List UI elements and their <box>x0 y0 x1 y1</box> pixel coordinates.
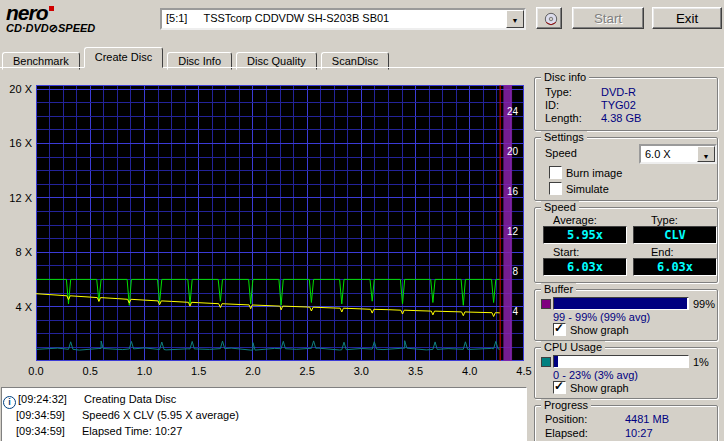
progress-title: Progress <box>541 399 591 411</box>
cpu-usage-title: CPU Usage <box>541 341 605 353</box>
y-axis-tick: 8 X <box>2 246 32 258</box>
svg-text:20: 20 <box>507 146 519 157</box>
disc-info-group: Disc info Type: DVD-R ID: TYG02 Length: … <box>534 77 718 131</box>
event-log: [09:24:32]Creating Data Disc[09:34:59]Sp… <box>1 387 527 441</box>
log-timestamp: [09:24:32] <box>18 391 84 407</box>
end-label: End: <box>651 246 674 258</box>
disc-type-label: Type: <box>545 86 572 98</box>
start-button[interactable]: Start <box>572 7 644 29</box>
settings-group: Settings Speed 6.0 X Burn image Simulate <box>534 137 718 201</box>
checkbox-box <box>549 166 562 179</box>
svg-text:16: 16 <box>507 186 519 197</box>
buffer-show-graph-checkbox[interactable]: Show graph <box>553 323 629 336</box>
x-axis-tick: 1.0 <box>132 365 156 377</box>
svg-text:8: 8 <box>512 266 518 277</box>
y-axis-tick: 20 X <box>2 83 32 95</box>
svg-text:24: 24 <box>507 106 519 117</box>
drive-select[interactable]: [5:1]TSSTcorp CDDVDW SH-S203B SB01 <box>160 8 526 30</box>
x-axis-tick: 3.0 <box>349 365 373 377</box>
disc-icon <box>543 12 559 26</box>
write-graph-plot: 2420161284 <box>36 85 524 361</box>
x-axis-tick: 3.5 <box>404 365 428 377</box>
speed-group-title: Speed <box>541 201 579 213</box>
position-value: 4481 MB <box>625 413 669 425</box>
nero-logo-red-dot-icon <box>49 6 54 11</box>
log-message: Creating Data Disc <box>84 391 176 407</box>
cpu-usage-bar <box>553 355 689 368</box>
buffer-color-swatch <box>541 299 551 309</box>
write-speed-chart: 2420161284 20 X16 X12 X8 X4 X 0.00.51.01… <box>0 68 528 378</box>
average-label: Average: <box>553 214 597 226</box>
disc-glyph-icon <box>49 23 58 34</box>
cpu-show-graph-checkbox[interactable]: Show graph <box>553 381 629 394</box>
write-speed-select[interactable]: 6.0 X <box>639 144 717 164</box>
cd-dvd-speed-logo-text: CD·DVDSPEED <box>6 23 95 34</box>
chevron-down-icon[interactable] <box>506 10 524 28</box>
buffer-level-bar <box>553 297 689 310</box>
buffer-title: Buffer <box>541 283 576 295</box>
log-row: [09:24:32]Creating Data Disc <box>2 391 526 407</box>
settings-title: Settings <box>541 131 587 143</box>
log-row: [09:34:59]Elapsed Time: 10:27 <box>2 423 526 439</box>
elapsed-value: 10:27 <box>625 427 653 439</box>
burn-image-checkbox[interactable]: Burn image <box>549 166 622 179</box>
nero-logo-text: nero <box>6 1 48 24</box>
disc-info-title: Disc info <box>541 71 589 83</box>
checkbox-box <box>549 182 562 195</box>
tab-strip: Benchmark Create Disc Disc Info Disc Qua… <box>2 47 390 68</box>
y-axis-tick: 4 X <box>2 301 32 313</box>
nero-logo: nero CD·DVDSPEED <box>6 2 95 34</box>
nero-cd-dvd-speed-window: nero CD·DVDSPEED [5:1]TSSTcorp CDDVDW SH… <box>0 0 724 441</box>
speed-group: Speed Average: Type: 5.95x CLV Start: En… <box>534 207 718 283</box>
checkbox-box <box>553 381 566 394</box>
disc-type-value: DVD-R <box>601 86 636 98</box>
average-speed-display: 5.95x <box>543 226 627 244</box>
elapsed-label: Elapsed: <box>545 427 588 439</box>
speed-setting-label: Speed <box>545 147 577 159</box>
cpu-color-swatch <box>541 357 551 367</box>
buffer-range-text: 99 - 99% (99% avg) <box>553 311 650 323</box>
eject-button[interactable] <box>536 7 562 29</box>
end-speed-display: 6.03x <box>633 258 717 276</box>
x-axis-tick: 4.0 <box>458 365 482 377</box>
svg-text:4: 4 <box>512 306 518 317</box>
disc-id-label: ID: <box>545 99 559 111</box>
simulate-checkbox[interactable]: Simulate <box>549 182 609 195</box>
cpu-percent: 1% <box>693 356 709 368</box>
start-speed-display: 6.03x <box>543 258 627 276</box>
checkbox-label: Simulate <box>566 183 609 195</box>
x-axis-tick: 2.0 <box>241 365 265 377</box>
y-axis-tick: 12 X <box>2 192 32 204</box>
checkbox-box <box>553 323 566 336</box>
exit-button[interactable]: Exit <box>652 7 722 29</box>
write-type-display: CLV <box>633 226 717 244</box>
checkbox-label: Burn image <box>566 167 622 179</box>
side-panel: Disc info Type: DVD-R ID: TYG02 Length: … <box>530 71 722 441</box>
log-message: Speed6 X CLV (5.95 X average) <box>82 407 239 423</box>
type-label: Type: <box>651 214 678 226</box>
buffer-group: Buffer 99% 99 - 99% (99% avg) Show graph <box>534 289 718 341</box>
cpu-range-text: 0 - 23% (3% avg) <box>553 369 638 381</box>
x-axis-tick: 0.5 <box>78 365 102 377</box>
disc-length-label: Length: <box>545 112 582 124</box>
log-timestamp: [09:34:59] <box>16 407 82 423</box>
write-speed-value: 6.0 X <box>645 148 671 160</box>
disc-length-value: 4.38 GB <box>601 112 641 124</box>
x-axis-tick: 0.0 <box>24 365 48 377</box>
y-axis-tick: 16 X <box>2 137 32 149</box>
log-timestamp: [09:34:59] <box>16 423 82 439</box>
drive-select-value: [5:1]TSSTcorp CDDVDW SH-S203B SB01 <box>166 12 389 24</box>
x-axis-tick: 2.5 <box>295 365 319 377</box>
x-axis-tick: 1.5 <box>187 365 211 377</box>
svg-text:12: 12 <box>507 226 519 237</box>
cpu-usage-group: CPU Usage 1% 0 - 23% (3% avg) Show graph <box>534 347 718 399</box>
buffer-percent: 99% <box>693 298 715 310</box>
create-disc-panel: 2420161284 20 X16 X12 X8 X4 X 0.00.51.01… <box>0 67 724 441</box>
position-label: Position: <box>545 413 587 425</box>
log-message: Elapsed Time: 10:27 <box>82 423 182 439</box>
log-row: [09:34:59]Speed6 X CLV (5.95 X average) <box>2 407 526 423</box>
tab-create-disc[interactable]: Create Disc <box>84 47 163 68</box>
checkbox-label: Show graph <box>570 382 629 394</box>
chevron-down-icon[interactable] <box>697 146 715 162</box>
progress-group: Progress Position: 4481 MB Elapsed: 10:2… <box>534 405 718 441</box>
